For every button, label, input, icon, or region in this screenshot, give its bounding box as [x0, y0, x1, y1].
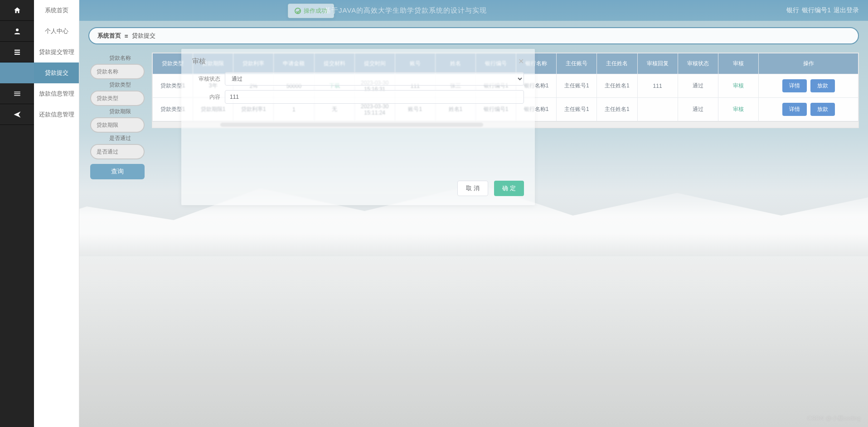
sidebar-item-loan-submit[interactable]: 贷款提交 [34, 62, 79, 83]
sidebar-item-profile[interactable]: 个人中心 [34, 21, 79, 42]
modal-title: 审核 [192, 57, 206, 66]
sidebar-item-loan-mgmt[interactable]: 贷款提交管理 [34, 42, 79, 62]
sidebar-item-release[interactable]: 放款信息管理 [34, 83, 79, 104]
side-submenu: 系统首页 个人中心 贷款提交管理 贷款提交 放款信息管理 还款信息管理 [34, 0, 79, 427]
label-audit-content: 内容 [192, 93, 225, 101]
audit-modal: 审核 ✕ 审核状态 通过 内容 取 消 确 定 [181, 49, 535, 205]
sidebar-item-repay[interactable]: 还款信息管理 [34, 104, 79, 125]
watermark: CSDN @小蔡coding [807, 414, 861, 422]
close-icon[interactable]: ✕ [518, 57, 524, 66]
input-audit-content[interactable] [225, 90, 524, 104]
sidebar-item-home[interactable]: 系统首页 [34, 0, 79, 21]
cancel-button[interactable]: 取 消 [457, 181, 488, 196]
label-audit-status: 审核状态 [192, 75, 225, 83]
ok-button[interactable]: 确 定 [494, 181, 524, 196]
select-audit-status[interactable]: 通过 [225, 72, 524, 86]
